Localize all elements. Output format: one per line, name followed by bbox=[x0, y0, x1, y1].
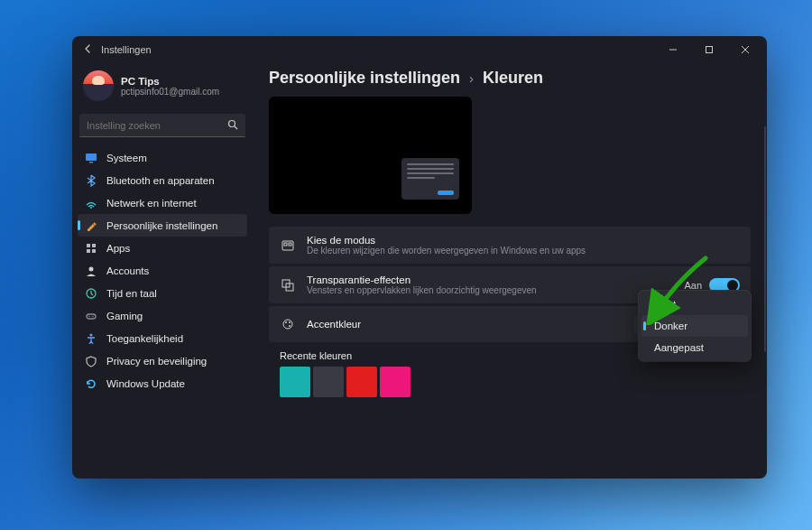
sidebar-item-systeem[interactable]: Systeem bbox=[78, 146, 247, 169]
svg-point-4 bbox=[229, 121, 235, 127]
search-box[interactable] bbox=[79, 114, 245, 137]
apps-icon bbox=[85, 242, 97, 255]
svg-rect-20 bbox=[284, 243, 287, 246]
accessibility-icon bbox=[85, 332, 97, 345]
sidebar-item-label: Netwerk en internet bbox=[106, 198, 197, 209]
profile[interactable]: PC Tips pctipsinfo01@gmail.com bbox=[78, 67, 247, 110]
breadcrumb-separator: › bbox=[469, 70, 474, 86]
sidebar-item-privacy-en-beveiliging[interactable]: Privacy en beveiliging bbox=[78, 349, 247, 372]
sidebar-item-apps[interactable]: Apps bbox=[78, 237, 247, 259]
color-swatch-3[interactable] bbox=[380, 367, 411, 397]
transparency-icon bbox=[280, 277, 296, 293]
palette-icon bbox=[280, 237, 296, 254]
sidebar-item-toegankelijkheid[interactable]: Toegankelijkheid bbox=[78, 327, 247, 349]
svg-rect-11 bbox=[87, 249, 90, 253]
sidebar-item-persoonlijke-instellingen[interactable]: Persoonlijke instellingen bbox=[78, 214, 247, 237]
color-swatch-1[interactable] bbox=[313, 367, 344, 397]
mode-option-donker[interactable]: Donker bbox=[641, 315, 748, 337]
svg-point-17 bbox=[92, 315, 94, 317]
breadcrumb: Persoonlijke instellingen › Kleuren bbox=[269, 63, 751, 97]
privacy-icon bbox=[85, 355, 97, 367]
time-icon bbox=[85, 287, 97, 300]
sidebar-item-label: Systeem bbox=[106, 153, 147, 163]
main-content: Persoonlijke instellingen › Kleuren Kies… bbox=[253, 63, 767, 479]
svg-rect-9 bbox=[87, 244, 90, 247]
breadcrumb-parent[interactable]: Persoonlijke instellingen bbox=[269, 69, 460, 88]
svg-rect-10 bbox=[92, 244, 96, 247]
sidebar-item-bluetooth-en-apparaten[interactable]: Bluetooth en apparaten bbox=[78, 169, 247, 191]
card-accent-title: Accentkleur bbox=[307, 319, 361, 330]
transparency-state-label: Aan bbox=[684, 280, 702, 291]
personalize-icon bbox=[85, 219, 97, 232]
sidebar-item-label: Accounts bbox=[106, 265, 149, 276]
close-button[interactable] bbox=[727, 36, 763, 63]
back-button[interactable] bbox=[76, 43, 101, 56]
window-title: Instellingen bbox=[101, 44, 152, 55]
card-transparency-subtitle: Vensters en oppervlakken lijken doorzich… bbox=[307, 285, 537, 295]
settings-window: Instellingen PC Tips pctipsinfo01@gmail.… bbox=[72, 36, 767, 479]
mode-dropdown-flyout: LichtDonkerAangepast bbox=[639, 291, 751, 361]
svg-rect-21 bbox=[289, 243, 291, 246]
svg-point-27 bbox=[289, 325, 291, 327]
card-transparency-title: Transparantie-effecten bbox=[307, 274, 537, 285]
sidebar-item-netwerk-en-internet[interactable]: Netwerk en internet bbox=[78, 191, 247, 214]
sidebar-item-label: Windows Update bbox=[106, 378, 185, 389]
profile-email: pctipsinfo01@gmail.com bbox=[121, 87, 219, 97]
svg-point-25 bbox=[285, 321, 287, 323]
svg-point-18 bbox=[90, 333, 93, 336]
sidebar-item-label: Persoonlijke instellingen bbox=[106, 220, 217, 231]
sidebar-item-label: Bluetooth en apparaten bbox=[106, 175, 215, 186]
color-swatch-2[interactable] bbox=[346, 367, 377, 397]
sidebar-item-label: Gaming bbox=[106, 311, 143, 321]
svg-rect-1 bbox=[706, 47, 713, 53]
avatar bbox=[83, 70, 114, 101]
svg-rect-7 bbox=[89, 162, 93, 163]
sidebar: PC Tips pctipsinfo01@gmail.com SysteemBl… bbox=[72, 63, 253, 479]
sidebar-item-label: Toegankelijkheid bbox=[106, 333, 183, 344]
mode-option-aangepast[interactable]: Aangepast bbox=[641, 337, 748, 358]
bluetooth-icon bbox=[85, 174, 97, 187]
card-mode-title: Kies de modus bbox=[307, 235, 586, 246]
sidebar-item-accounts[interactable]: Accounts bbox=[78, 259, 247, 282]
svg-point-16 bbox=[88, 315, 90, 317]
maximize-button[interactable] bbox=[691, 36, 727, 63]
color-swatch-0[interactable] bbox=[280, 367, 310, 397]
theme-preview bbox=[269, 97, 472, 214]
gaming-icon bbox=[85, 310, 97, 322]
svg-point-13 bbox=[89, 266, 94, 271]
svg-rect-6 bbox=[86, 153, 97, 161]
card-mode-subtitle: De kleuren wijzigen die worden weergegev… bbox=[307, 246, 586, 256]
search-icon bbox=[227, 119, 238, 132]
sidebar-item-label: Apps bbox=[106, 243, 130, 254]
svg-rect-15 bbox=[87, 314, 96, 319]
preview-accent-button bbox=[438, 191, 454, 195]
svg-point-24 bbox=[283, 320, 292, 329]
sidebar-item-windows-update[interactable]: Windows Update bbox=[78, 372, 247, 395]
svg-point-8 bbox=[90, 207, 92, 209]
mode-option-licht[interactable]: Licht bbox=[641, 293, 748, 315]
svg-point-26 bbox=[289, 321, 291, 323]
accounts-icon bbox=[85, 265, 97, 277]
search-input[interactable] bbox=[87, 120, 227, 131]
system-icon bbox=[85, 152, 97, 164]
sidebar-item-tijd-en-taal[interactable]: Tijd en taal bbox=[78, 282, 247, 304]
breadcrumb-current: Kleuren bbox=[483, 69, 543, 88]
profile-name: PC Tips bbox=[121, 76, 219, 87]
card-choose-mode[interactable]: Kies de modus De kleuren wijzigen die wo… bbox=[269, 227, 751, 264]
sidebar-item-label: Privacy en beveiliging bbox=[106, 356, 207, 367]
network-icon bbox=[85, 197, 97, 209]
svg-rect-12 bbox=[92, 249, 96, 253]
accent-icon bbox=[280, 316, 296, 332]
svg-line-5 bbox=[235, 126, 237, 129]
minimize-button[interactable] bbox=[655, 36, 691, 63]
preview-window bbox=[401, 158, 459, 200]
update-icon bbox=[85, 377, 97, 390]
sidebar-item-label: Tijd en taal bbox=[106, 288, 157, 299]
titlebar: Instellingen bbox=[72, 36, 767, 63]
sidebar-item-gaming[interactable]: Gaming bbox=[78, 304, 247, 327]
